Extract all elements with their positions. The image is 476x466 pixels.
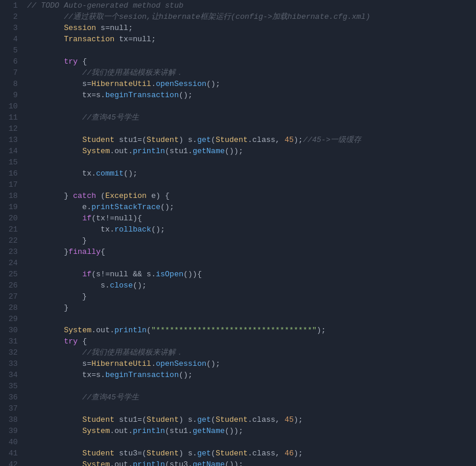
token-method: beginTransaction <box>105 371 179 379</box>
code-line: e.printStackTrace(); <box>27 201 476 213</box>
token-comment-cn: //查询45号学生 <box>27 113 139 122</box>
token-plain: .out. <box>110 427 133 435</box>
line-number: 33 <box>0 358 18 369</box>
token-number: 45 <box>285 135 294 144</box>
code-line <box>27 157 476 168</box>
line-number: 21 <box>0 224 18 235</box>
token-plain: } <box>27 236 87 245</box>
token-plain: (); <box>133 281 146 290</box>
line-number: 16 <box>0 168 18 179</box>
token-plain: (stu1. <box>165 147 193 156</box>
code-content[interactable]: // TODO Auto-generated method stub //通过获… <box>22 0 476 466</box>
token-comment-cn: //我们使用基础模板来讲解． <box>27 68 183 77</box>
token-plain: e) { <box>147 191 170 200</box>
token-method: openSession <box>156 359 206 368</box>
code-line: //我们使用基础模板来讲解． <box>27 67 476 78</box>
code-line: } <box>27 291 476 302</box>
token-plain: ()){ <box>183 270 206 279</box>
token-plain: ()); <box>224 147 243 156</box>
token-plain <box>27 427 82 435</box>
token-plain: stu3=( <box>114 449 147 458</box>
line-number: 2 <box>0 11 18 22</box>
line-number: 39 <box>0 425 18 437</box>
token-plain: s=null; <box>96 24 133 32</box>
token-comment-cn: //通过获取一个sesion,让hibernate框架运行(config->加载… <box>27 12 370 21</box>
token-comment-cn: //45->一级缓存 <box>303 135 361 144</box>
line-number: 10 <box>0 101 18 112</box>
token-plain <box>27 35 64 44</box>
token-plain: tx. <box>27 169 96 178</box>
code-line: try { <box>27 56 476 67</box>
code-line: tx=s.beginTransaction(); <box>27 369 476 381</box>
token-plain: { <box>78 337 87 346</box>
code-line: tx.commit(); <box>27 168 476 179</box>
code-line: } <box>27 235 476 246</box>
token-plain <box>27 270 82 279</box>
line-number: 24 <box>0 257 18 269</box>
token-method: isOpen <box>156 270 183 279</box>
token-plain: ( <box>147 326 151 335</box>
token-plain: } <box>27 292 87 301</box>
token-plain: .out. <box>110 147 133 156</box>
token-plain: (s!=null && s. <box>91 270 156 279</box>
token-plain: ( <box>211 415 216 424</box>
token-keyword: try <box>64 57 77 66</box>
token-method: getName <box>193 427 225 435</box>
line-number: 38 <box>0 414 18 425</box>
line-number: 7 <box>0 67 18 78</box>
token-number: 46 <box>285 449 294 458</box>
line-number: 4 <box>0 34 18 45</box>
token-plain: .class, <box>248 135 285 144</box>
token-plain: ()); <box>224 427 243 435</box>
token-keyword: finally <box>68 247 101 256</box>
token-method: println <box>133 427 165 435</box>
code-line: Student stu1=(Student) s.get(Student.cla… <box>27 414 476 425</box>
token-plain: s= <box>27 359 91 368</box>
token-type: Student <box>82 415 115 424</box>
token-type: Student <box>82 449 115 458</box>
line-number: 14 <box>0 146 18 157</box>
token-type: System <box>82 147 110 156</box>
line-number: 6 <box>0 56 18 67</box>
token-plain: e. <box>27 203 91 211</box>
token-plain: stu1=( <box>114 135 147 144</box>
line-number: 11 <box>0 112 18 123</box>
token-method: beginTransaction <box>105 91 179 100</box>
token-type: Session <box>64 24 96 32</box>
token-plain: (); <box>206 80 220 88</box>
token-plain: stu1=( <box>114 415 147 424</box>
token-type: Student <box>216 415 248 424</box>
code-line: tx.rollback(); <box>27 224 476 235</box>
token-keyword: try <box>64 337 77 346</box>
token-plain: (stu3. <box>165 460 193 466</box>
token-comment-cn: //我们使用基础模板来讲解． <box>27 348 183 357</box>
token-method: openSession <box>156 80 206 88</box>
token-plain: .out. <box>91 326 114 335</box>
token-plain: .class, <box>248 415 285 424</box>
line-number: 5 <box>0 45 18 56</box>
token-plain: } <box>27 247 68 256</box>
code-line: Transaction tx=null; <box>27 34 476 45</box>
code-line <box>27 179 476 190</box>
code-line: s=HibernateUtil.openSession(); <box>27 78 476 90</box>
token-keyword: catch <box>73 191 96 200</box>
token-method: get <box>197 135 211 144</box>
code-line: if(s!=null && s.isOpen()){ <box>27 269 476 280</box>
line-number: 35 <box>0 381 18 392</box>
token-plain: ); <box>294 449 303 458</box>
line-number: 17 <box>0 179 18 190</box>
token-plain: ( <box>96 191 105 200</box>
code-line <box>27 403 476 414</box>
line-number: 23 <box>0 246 18 257</box>
token-plain: .class, <box>248 449 285 458</box>
token-plain: (); <box>178 371 192 379</box>
token-type: System <box>82 427 110 435</box>
token-plain: ( <box>211 135 216 144</box>
token-type: Exception <box>105 191 147 200</box>
code-line: Student stu3=(Student) s.get(Student.cla… <box>27 448 476 459</box>
token-type: System <box>82 460 110 466</box>
token-method: get <box>197 415 211 424</box>
token-plain <box>27 57 64 66</box>
token-plain: ); <box>317 326 326 335</box>
code-line: System.out.println(stu3.getName()); <box>27 459 476 466</box>
